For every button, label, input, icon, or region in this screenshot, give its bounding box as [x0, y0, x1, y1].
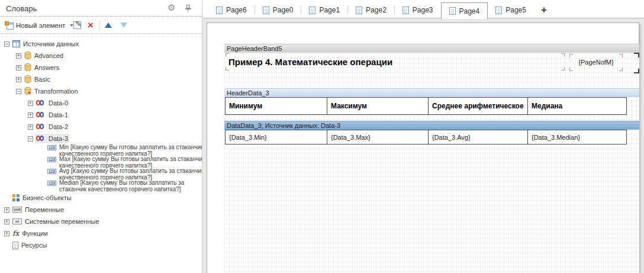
expand-icon[interactable]: + — [4, 219, 9, 224]
title-text: Пример 4. Математические операции — [226, 53, 565, 70]
system-variables-icon: x# — [12, 219, 22, 224]
header-cell-1[interactable]: Максимум — [327, 97, 429, 115]
move-up-button[interactable] — [105, 17, 112, 34]
collapse-icon[interactable]: − — [4, 41, 9, 47]
tree-item-data-3[interactable]: −Data-3 — [0, 133, 202, 144]
tree-item-body[interactable]: Data-2 — [36, 123, 68, 130]
data-cell-1[interactable]: {Data_3.Max} — [327, 130, 429, 144]
report-designer: Словарь ⚙ Новый элемент ✎ × −Источники д… — [0, 0, 644, 273]
tree-item-body[interactable]: Источники данных — [12, 40, 79, 47]
expand-icon[interactable]: + — [16, 77, 21, 82]
tab-page0[interactable]: Page0 — [255, 2, 301, 18]
expand-icon[interactable]: + — [28, 124, 33, 130]
tree-item-answers[interactable]: +Answers — [0, 62, 202, 73]
tree-item-body[interactable]: Бизнес-объекты — [12, 194, 72, 201]
tree-item-body[interactable]: Data-1 — [36, 111, 68, 118]
expander-placeholder — [39, 180, 44, 185]
tab-page5[interactable]: Page5 — [488, 2, 534, 18]
tree-item-body[interactable]: 123Max [Какую сумму Вы готовы заплатить … — [47, 156, 202, 169]
tree-item-basic[interactable]: +Basic — [0, 73, 202, 85]
resources-icon — [12, 242, 18, 249]
edit-button[interactable]: ✎ — [73, 17, 84, 34]
tree-item-label: Min [Какую сумму Вы готовы заплатить за … — [59, 144, 202, 157]
pencil-icon: ✎ — [75, 20, 82, 28]
tree-item-переменные[interactable]: +VARПеременные — [0, 204, 202, 216]
tree-item-body[interactable]: fxФункции — [12, 230, 48, 237]
variables-icon: VAR — [12, 207, 22, 213]
tree-item-median[interactable]: 123Median [Какую сумму Вы готовы заплати… — [0, 180, 202, 192]
page-nofm-textbox[interactable]: {PageNofM} — [569, 54, 623, 71]
expand-icon[interactable]: + — [4, 207, 9, 213]
database-icon — [24, 52, 31, 60]
new-item-label: Новый элемент — [16, 22, 65, 29]
tree-item-функции[interactable]: +fxФункции — [0, 227, 202, 239]
page-nofm-text: {PageNofM} — [569, 54, 623, 71]
data-cell-3[interactable]: {Data_3.Median} — [527, 130, 627, 144]
tree-item-avg[interactable]: 123Avg [Какую сумму Вы готовы заплатить … — [0, 168, 202, 180]
tree-item-body[interactable]: Data-0 — [36, 99, 68, 107]
design-canvas: PageHeaderBand5 Пример 4. Математические… — [202, 18, 644, 273]
settings-gear-icon[interactable]: ⚙ — [168, 2, 175, 13]
tree-item-data-2[interactable]: +Data-2 — [0, 121, 202, 133]
expand-icon[interactable]: + — [16, 53, 21, 59]
tree-item-min[interactable]: 123Min [Какую сумму Вы готовы заплатить … — [0, 144, 202, 156]
header-cell-3[interactable]: Медиана — [527, 97, 627, 115]
header-cell-2[interactable]: Среднее арифметическое — [428, 97, 528, 115]
tree-item-body[interactable]: VARПеременные — [12, 206, 64, 213]
band-data-data-strip[interactable]: DataData_3; Источник данных: Data-3 — [224, 121, 639, 130]
tree-item-max[interactable]: 123Max [Какую сумму Вы готовы заплатить … — [0, 156, 202, 168]
tree-item-body[interactable]: x#Системные переменные — [12, 218, 99, 225]
tree-item-body[interactable]: 123Median [Какую сумму Вы готовы заплати… — [47, 180, 202, 192]
expand-icon[interactable]: + — [16, 65, 21, 70]
expand-icon[interactable]: + — [28, 101, 33, 106]
tree-item-body[interactable]: 123Min [Какую сумму Вы готовы заплатить … — [47, 144, 202, 157]
tree-item-body[interactable]: Advanced — [24, 52, 63, 60]
tree-item-body[interactable]: Data-3 — [36, 135, 68, 142]
tab-label: Page1 — [319, 6, 340, 14]
band-header-data-strip[interactable]: HeaderData_3 — [224, 88, 639, 97]
new-item-button[interactable]: Новый элемент — [5, 17, 73, 34]
tree-item-системные[interactable]: +x#Системные переменные — [0, 216, 202, 227]
delete-button[interactable]: × — [88, 17, 94, 34]
title-textbox[interactable]: Пример 4. Математические операции — [226, 53, 565, 70]
tree-item-body[interactable]: Answers — [24, 63, 59, 72]
tab-label: Page2 — [366, 6, 387, 14]
tab-label: Page0 — [273, 6, 294, 14]
tab-page3[interactable]: Page3 — [395, 2, 441, 18]
tree-item-бизнес-объекты[interactable]: Бизнес-объекты — [0, 192, 202, 204]
dictionary-tree: −Источники данных+Advanced+Answers+Basic… — [0, 36, 202, 273]
collapse-icon[interactable]: − — [28, 136, 33, 142]
tab-page2[interactable]: Page2 — [348, 2, 394, 18]
tree-item-label: Переменные — [25, 206, 64, 213]
tree-item-data-0[interactable]: +Data-0 — [0, 97, 202, 109]
band-page-header-strip[interactable]: PageHeaderBand5 — [224, 44, 639, 53]
collapse-icon[interactable]: − — [16, 89, 21, 94]
move-down-button[interactable] — [120, 17, 127, 34]
tree-item-body[interactable]: 123Avg [Какую сумму Вы готовы заплатить … — [47, 168, 202, 181]
add-page-button[interactable]: + — [534, 2, 554, 18]
page-icon — [263, 7, 269, 14]
tree-item-transformation[interactable]: −Transformation — [0, 85, 202, 97]
tree-item-body[interactable]: Ресурсы — [12, 242, 47, 249]
tab-page1[interactable]: Page1 — [301, 2, 347, 18]
design-grid — [224, 44, 639, 273]
tree-item-data-1[interactable]: +Data-1 — [0, 109, 202, 121]
tree-item-advanced[interactable]: +Advanced — [0, 50, 202, 62]
tree-item-label: Basic — [34, 76, 50, 83]
tree-item-label: Data-0 — [49, 99, 68, 107]
expand-icon[interactable]: + — [4, 231, 9, 236]
tab-page4[interactable]: Page4 — [441, 2, 488, 19]
tree-item-источники[interactable]: −Источники данных — [0, 38, 202, 50]
header-cell-0[interactable]: Минимум — [225, 97, 327, 115]
tree-item-body[interactable]: Transformation — [24, 87, 78, 96]
expand-icon[interactable]: + — [28, 113, 33, 118]
number-column-icon: 123 — [47, 145, 56, 150]
tree-item-body[interactable]: Basic — [24, 75, 50, 84]
data-cell-2[interactable]: {Data_3.Avg} — [428, 130, 528, 144]
pin-icon[interactable] — [185, 4, 192, 12]
tree-item-ресурсы[interactable]: Ресурсы — [0, 239, 202, 251]
report-page[interactable]: PageHeaderBand5 Пример 4. Математические… — [207, 23, 639, 273]
database-icon — [24, 75, 31, 84]
tab-page6[interactable]: Page6 — [208, 2, 255, 18]
data-cell-0[interactable]: {Data_3.Min} — [225, 130, 327, 144]
